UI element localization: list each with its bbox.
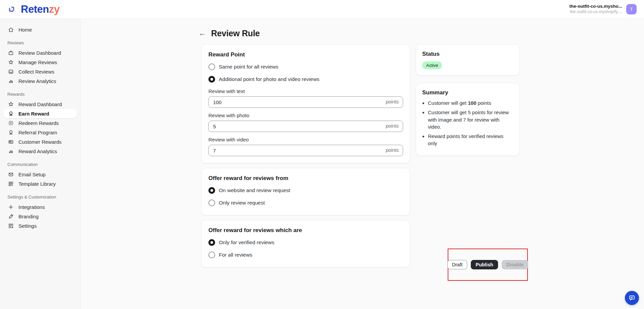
review-photo-field: Review with photo points — [208, 113, 403, 132]
brush-icon — [7, 213, 14, 220]
main-content: ← Review Rule Reward Point Same point fo… — [81, 19, 644, 309]
app-root: Retenzy the-outfit-co-us.mysho... the-ou… — [0, 0, 644, 309]
radio-label: For all reviews — [219, 252, 252, 258]
review-photo-points-input[interactable] — [208, 121, 403, 132]
plus-icon — [7, 204, 14, 210]
medal-icon — [7, 129, 14, 136]
sidebar-item-review-dashboard[interactable]: Review Dashboard — [3, 48, 77, 57]
chat-bubble-icon — [628, 294, 636, 302]
avatar[interactable]: T — [626, 4, 637, 14]
field-label: Review with photo — [208, 113, 403, 118]
publish-button[interactable]: Publish — [471, 260, 498, 269]
radio-only-review-request[interactable]: Only review request — [208, 200, 403, 206]
radio-circle-icon — [208, 63, 215, 70]
reviews-from-card: Offer reward for reviews from On website… — [201, 168, 410, 215]
radio-label: Only review request — [219, 200, 265, 206]
radio-circle-icon — [208, 76, 215, 83]
radio-label: Same point for all reviews — [219, 64, 278, 70]
sidebar-item-label: Review Analytics — [18, 78, 56, 84]
sidebar-item-label: Redeem Rewards — [18, 120, 59, 126]
sidebar-item-review-analytics[interactable]: Review Analytics — [3, 76, 77, 86]
sidebar-item-email-setup[interactable]: Email Setup — [3, 170, 77, 179]
discount-icon — [7, 120, 14, 126]
envelope-icon — [7, 171, 14, 178]
reviews-which-card: Offer reward for reviews which are Only … — [201, 220, 410, 267]
sidebar-item-earn-reward[interactable]: Earn Reward — [3, 109, 77, 118]
review-video-points-input[interactable] — [208, 145, 403, 156]
retenzy-logo-icon — [5, 3, 18, 16]
sidebar-item-redeem-rewards[interactable]: Redeem Rewards — [3, 118, 77, 128]
form-column: Reward Point Same point for all reviews … — [201, 44, 410, 272]
store-name: the-outfit-co-us.mysho... — [569, 4, 623, 9]
card-title: Status — [422, 51, 513, 57]
action-button-group-highlight: Draft Publish Disable — [448, 249, 528, 281]
home-icon — [7, 26, 14, 33]
store-domain: the-outfit-co-us.myshopify.... — [569, 9, 623, 15]
sidebar-item-integrations[interactable]: Integrations — [3, 202, 77, 212]
points-suffix: points — [386, 99, 399, 104]
status-badge: Active — [422, 61, 442, 69]
field-label: Review with video — [208, 137, 403, 142]
brand-name: Retenzy — [21, 3, 59, 15]
sidebar-item-label: Email Setup — [18, 172, 46, 177]
radio-only-verified[interactable]: Only for verified reviews — [208, 239, 403, 246]
radio-all-reviews[interactable]: For all reviews — [208, 252, 403, 258]
sidebar-item-reward-analytics[interactable]: Reward Analytics — [3, 146, 77, 156]
review-video-field: Review with video points — [208, 137, 403, 156]
medal-icon — [7, 110, 14, 117]
store-info: the-outfit-co-us.mysho... the-outfit-co-… — [569, 4, 623, 15]
chat-widget-button[interactable] — [625, 291, 639, 305]
sidebar-section-rewards: Rewards — [7, 92, 73, 97]
page-title: Review Rule — [211, 29, 260, 38]
sidebar-item-label: Customer Rewards — [18, 139, 61, 145]
field-label: Review with text — [208, 88, 403, 94]
sidebar-item-settings[interactable]: Settings — [3, 221, 77, 230]
radio-label: On website and review request — [219, 187, 290, 193]
summary-item: Reward points for verified reviews only — [428, 133, 513, 147]
side-column: Status Active Summary Customer will get … — [416, 44, 520, 163]
sidebar-item-label: Manage Reviews — [18, 59, 57, 65]
sidebar-item-branding[interactable]: Branding — [3, 212, 77, 221]
sidebar-section-settings: Settings & Customization — [7, 194, 73, 200]
sidebar-item-template-library[interactable]: Template Library — [3, 179, 77, 188]
card-title: Reward Point — [208, 51, 403, 58]
sidebar-item-label: Template Library — [18, 181, 56, 187]
giftcard-icon — [7, 138, 14, 145]
account-area[interactable]: the-outfit-co-us.mysho... the-outfit-co-… — [569, 4, 637, 15]
sidebar-item-referral-program[interactable]: Referral Program — [3, 128, 77, 137]
sidebar-item-label: Branding — [18, 214, 39, 219]
back-arrow-icon[interactable]: ← — [199, 30, 206, 37]
sidebar-item-label: Reward Analytics — [18, 148, 57, 154]
review-text-points-input[interactable] — [208, 96, 403, 108]
briefcase-icon — [7, 49, 14, 56]
inbox-icon — [7, 68, 14, 75]
radio-circle-icon — [208, 239, 215, 246]
sidebar-item-label: Home — [18, 27, 32, 33]
sidebar-item-manage-reviews[interactable]: Manage Reviews — [3, 57, 77, 67]
card-title: Summary — [422, 89, 513, 96]
points-suffix: points — [386, 123, 399, 129]
radio-website-and-request[interactable]: On website and review request — [208, 187, 403, 194]
radio-circle-icon — [208, 200, 215, 206]
template-icon — [7, 180, 14, 187]
draft-button[interactable]: Draft — [447, 260, 467, 269]
sidebar-item-home[interactable]: Home — [3, 25, 77, 34]
radio-same-point[interactable]: Same point for all reviews — [208, 63, 403, 70]
sidebar-item-customer-rewards[interactable]: Customer Rewards — [3, 137, 77, 146]
disable-button[interactable]: Disable — [502, 260, 529, 269]
card-title: Offer reward for reviews from — [208, 175, 403, 182]
sidebar-item-label: Referral Program — [18, 130, 57, 135]
sidebar-item-label: Collect Reviews — [18, 69, 54, 75]
sidebar-item-collect-reviews[interactable]: Collect Reviews — [3, 67, 77, 76]
bar-chart-icon — [7, 78, 14, 84]
sidebar-section-reviews: Reviews — [7, 40, 73, 45]
summary-item: Customer will get 100 points — [428, 99, 513, 106]
settings-grid-icon — [7, 222, 14, 229]
brand-logo[interactable]: Retenzy — [5, 3, 59, 16]
radio-additional-point[interactable]: Additional point for photo and video rev… — [208, 76, 403, 83]
sidebar-item-label: Settings — [18, 223, 37, 229]
sidebar-item-reward-dashboard[interactable]: Reward Dashboard — [3, 99, 77, 109]
reward-point-card: Reward Point Same point for all reviews … — [201, 44, 410, 163]
summary-card: Summary Customer will get 100 points Cus… — [416, 83, 520, 156]
radio-circle-icon — [208, 252, 215, 258]
